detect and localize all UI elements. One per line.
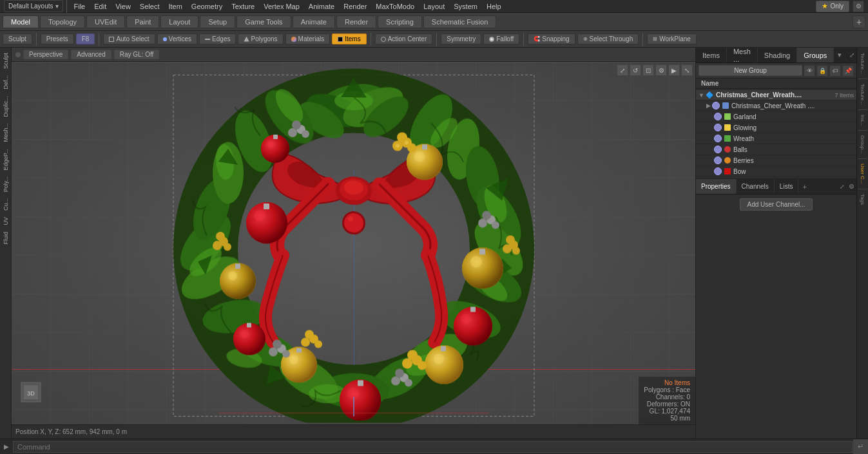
items-button[interactable]: Items — [332, 33, 366, 44]
visibility-toggle-4[interactable] — [714, 146, 722, 153]
tree-item-wreath[interactable]: Wreath — [696, 133, 856, 144]
tab-model[interactable]: Model — [3, 15, 39, 28]
command-input[interactable] — [13, 441, 853, 453]
rpanel-bottom-gear[interactable]: ⚙ — [847, 179, 856, 194]
rpanel-lists-tab[interactable]: Lists — [775, 179, 799, 194]
menu-item-geometry[interactable]: Geometry — [188, 0, 226, 12]
menu-item-animate[interactable]: Animate — [305, 0, 338, 12]
visibility-toggle-3[interactable] — [714, 135, 722, 142]
presets-button[interactable]: Presets — [41, 33, 74, 44]
menu-item-view[interactable]: View — [111, 0, 135, 12]
tree-item-balls[interactable]: Balls — [696, 144, 856, 155]
left-tab-uv[interactable]: UV — [1, 214, 10, 228]
far-right-tab-texture2[interactable]: Texture... — [858, 81, 867, 108]
rpanel-expand-button[interactable]: ⤢ — [847, 48, 857, 62]
add-tab-button[interactable]: + — [853, 15, 865, 28]
tab-gametools[interactable]: Game Tools — [236, 15, 291, 28]
menu-item-layout[interactable]: Layout — [420, 0, 448, 12]
f8-button[interactable]: F8 — [76, 33, 95, 44]
left-tab-cu[interactable]: Cu... — [1, 196, 10, 213]
vp-fullscreen-icon[interactable]: ⤡ — [681, 64, 693, 76]
left-tab-duplic[interactable]: Duplic... — [1, 93, 10, 120]
materials-button[interactable]: Materials — [285, 33, 331, 44]
advanced-button[interactable]: Advanced — [71, 50, 111, 59]
rpanel-tab-groups[interactable]: Groups — [797, 48, 834, 62]
rpanel-tab-shading[interactable]: Shading — [758, 48, 797, 62]
vp-refresh-icon[interactable]: ↺ — [630, 64, 641, 76]
rpanel-tab-items[interactable]: Items — [696, 48, 727, 62]
left-tab-poly[interactable]: Poly... — [1, 174, 10, 194]
action-center-button[interactable]: Action Center — [375, 33, 433, 44]
auto-select-button[interactable]: Auto Select — [103, 33, 155, 44]
workplane-button[interactable]: ⊞ WorkPlane — [647, 33, 697, 44]
menu-item-render[interactable]: Render — [340, 0, 371, 12]
vp-settings-icon[interactable]: ⚙ — [655, 64, 667, 76]
tab-render[interactable]: Render — [336, 15, 376, 28]
only-button[interactable]: ★ Only — [816, 1, 849, 12]
tree-item-berries[interactable]: Berries — [696, 155, 856, 166]
settings-icon[interactable]: ⚙ — [853, 1, 864, 12]
add-user-channel-button[interactable]: Add User Channel... — [740, 198, 812, 211]
left-tab-mesh[interactable]: Mesh... — [1, 120, 10, 145]
tab-animate[interactable]: Animate — [293, 15, 335, 28]
vp-expand-icon[interactable]: ⤢ — [617, 64, 628, 76]
menu-layout-selector[interactable]: Default Layouts ▾ — [4, 0, 63, 12]
tab-layout[interactable]: Layout — [160, 15, 198, 28]
viewport-canvas[interactable]: ⤢ ↺ ⊡ ⚙ ▶ ⤡ — [12, 62, 695, 424]
rpanel-bottom-expand[interactable]: ⤢ — [838, 179, 847, 194]
left-tab-fluid[interactable]: Fluid — [1, 229, 10, 247]
far-right-tab-texture1[interactable]: Texture... — [858, 50, 867, 77]
menu-item-select[interactable]: Select — [136, 0, 164, 12]
far-right-tab-ins[interactable]: Ins... — [858, 112, 867, 128]
vp-render-icon[interactable]: ▶ — [668, 64, 680, 76]
group-tree[interactable]: ▼ 🔷 Christmas_Cheer_Wreath.... 7 Items ▶… — [696, 89, 856, 178]
perspective-button[interactable]: Perspective — [23, 50, 68, 59]
visibility-toggle-5[interactable] — [714, 156, 722, 164]
tab-uvedit[interactable]: UVEdit — [86, 15, 125, 28]
visibility-toggle-0[interactable] — [712, 102, 720, 109]
menu-item-help[interactable]: Help — [483, 0, 505, 12]
tree-item-glowing[interactable]: Glowing — [696, 122, 856, 133]
sculpt-button[interactable]: Sculpt — [3, 33, 32, 44]
far-right-tab-tags[interactable]: Tags — [858, 191, 867, 207]
lock-icon[interactable]: 🔒 — [816, 65, 828, 77]
left-tab-edge[interactable]: EdgeP... — [1, 146, 10, 173]
far-right-tab-group[interactable]: Group... — [858, 133, 867, 156]
rpanel-tab-more[interactable]: ▾ — [834, 48, 845, 62]
tree-item-bow[interactable]: Bow — [696, 166, 856, 177]
menu-item-maxtomodo[interactable]: MaxToModo — [372, 0, 418, 12]
group-header[interactable]: ▼ 🔷 Christmas_Cheer_Wreath.... 7 Items — [696, 90, 856, 100]
tab-setup[interactable]: Setup — [200, 15, 235, 28]
vertices-button[interactable]: Vertices — [157, 33, 198, 44]
tab-topology[interactable]: Topology — [40, 15, 85, 28]
tab-schematic[interactable]: Schematic Fusion — [423, 15, 496, 28]
visibility-toggle-2[interactable] — [714, 124, 722, 131]
tree-item-wreath-root[interactable]: ▶ Christmas_Cheer_Wreath .... — [696, 100, 856, 111]
pin-icon[interactable]: 📌 — [842, 65, 854, 77]
menu-item-item[interactable]: Item — [164, 0, 186, 12]
visibility-toggle-6[interactable] — [714, 167, 722, 175]
rpanel-tab-mesh[interactable]: Mesh ... — [727, 48, 758, 62]
command-submit-button[interactable]: ↵ — [853, 439, 868, 454]
tag-icon[interactable]: 🏷 — [829, 65, 841, 77]
visibility-toggle-1[interactable] — [714, 113, 722, 120]
rpanel-properties-tab[interactable]: Properties — [696, 179, 737, 194]
menu-item-texture[interactable]: Texture — [227, 0, 258, 12]
left-tab-def[interactable]: Def... — [1, 73, 10, 92]
menu-item-system[interactable]: System — [450, 0, 481, 12]
vp-zoom-fit-icon[interactable]: ⊡ — [642, 64, 654, 76]
falloff-button[interactable]: Falloff — [483, 33, 519, 44]
tree-item-garland[interactable]: Garland — [696, 111, 856, 122]
menu-item-edit[interactable]: Edit — [90, 0, 110, 12]
ray-gl-button[interactable]: Ray GL: Off — [114, 50, 160, 59]
polygons-button[interactable]: Polygons — [238, 33, 283, 44]
rpanel-plus-tab[interactable]: + — [798, 179, 810, 194]
left-tab-sculpt[interactable]: Sculpt — [1, 50, 10, 71]
tab-scripting[interactable]: Scripting — [378, 15, 422, 28]
far-right-tab-userc[interactable]: User C... — [858, 161, 867, 187]
select-through-button[interactable]: ⊕ Select Through — [577, 33, 639, 44]
menu-item-vertexmap[interactable]: Vertex Map — [260, 0, 304, 12]
edges-button[interactable]: Edges — [199, 33, 236, 44]
tab-paint[interactable]: Paint — [126, 15, 159, 28]
menu-item-file[interactable]: File — [70, 0, 90, 12]
